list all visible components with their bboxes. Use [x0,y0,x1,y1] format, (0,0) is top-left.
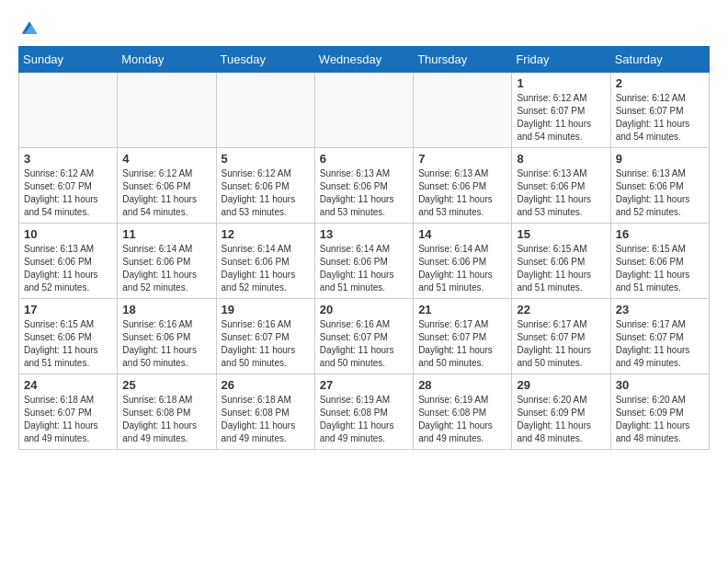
page-header [18,18,710,37]
day-number: 1 [517,76,605,90]
day-number: 22 [517,303,605,316]
calendar-cell: 16 Sunrise: 6:15 AMSunset: 6:06 PMDaylig… [610,224,709,299]
day-number: 12 [222,227,310,241]
col-header-sunday: Sunday [19,47,118,73]
day-info: Sunrise: 6:17 AMSunset: 6:07 PMDaylight:… [418,319,493,368]
calendar-week-5: 24 Sunrise: 6:18 AMSunset: 6:07 PMDaylig… [19,374,710,450]
day-info: Sunrise: 6:17 AMSunset: 6:07 PMDaylight:… [517,319,591,368]
day-info: Sunrise: 6:19 AMSunset: 6:08 PMDaylight:… [320,395,394,443]
day-info: Sunrise: 6:17 AMSunset: 6:07 PMDaylight:… [616,319,690,368]
day-number: 26 [222,378,310,392]
calendar-week-1: 1 Sunrise: 6:12 AMSunset: 6:07 PMDayligh… [19,73,710,148]
day-number: 20 [320,303,408,316]
calendar-cell [118,73,216,148]
col-header-saturday: Saturday [610,47,709,73]
calendar-cell: 12 Sunrise: 6:14 AMSunset: 6:06 PMDaylig… [216,224,314,299]
day-info: Sunrise: 6:19 AMSunset: 6:08 PMDaylight:… [418,395,493,443]
calendar-week-3: 10 Sunrise: 6:13 AMSunset: 6:06 PMDaylig… [19,224,710,299]
day-info: Sunrise: 6:13 AMSunset: 6:06 PMDaylight:… [418,168,493,217]
day-number: 4 [122,152,210,166]
calendar-cell: 26 Sunrise: 6:18 AMSunset: 6:08 PMDaylig… [216,374,314,450]
logo [18,18,39,37]
day-info: Sunrise: 6:20 AMSunset: 6:09 PMDaylight:… [517,395,591,443]
calendar-cell: 18 Sunrise: 6:16 AMSunset: 6:06 PMDaylig… [118,299,216,374]
day-number: 3 [24,152,112,166]
day-number: 25 [122,378,210,392]
day-info: Sunrise: 6:13 AMSunset: 6:06 PMDaylight:… [517,168,591,217]
calendar-cell [414,73,512,148]
col-header-friday: Friday [512,47,610,73]
calendar-cell: 17 Sunrise: 6:15 AMSunset: 6:06 PMDaylig… [19,299,118,374]
calendar-cell [19,73,118,148]
day-number: 21 [418,303,506,316]
col-header-tuesday: Tuesday [216,47,314,73]
day-info: Sunrise: 6:15 AMSunset: 6:06 PMDaylight:… [517,244,591,293]
calendar-cell: 19 Sunrise: 6:16 AMSunset: 6:07 PMDaylig… [216,299,314,374]
calendar-cell: 5 Sunrise: 6:12 AMSunset: 6:06 PMDayligh… [216,148,314,224]
logo-icon [20,18,39,37]
day-info: Sunrise: 6:16 AMSunset: 6:06 PMDaylight:… [122,319,197,368]
calendar-cell: 14 Sunrise: 6:14 AMSunset: 6:06 PMDaylig… [414,224,512,299]
day-number: 8 [517,152,605,166]
calendar-header-row: SundayMondayTuesdayWednesdayThursdayFrid… [19,47,710,73]
calendar-week-4: 17 Sunrise: 6:15 AMSunset: 6:06 PMDaylig… [19,299,710,374]
day-info: Sunrise: 6:15 AMSunset: 6:06 PMDaylight:… [24,319,98,368]
day-info: Sunrise: 6:18 AMSunset: 6:08 PMDaylight:… [122,395,197,443]
day-number: 24 [24,378,112,392]
calendar-cell: 6 Sunrise: 6:13 AMSunset: 6:06 PMDayligh… [314,148,413,224]
day-info: Sunrise: 6:12 AMSunset: 6:06 PMDaylight:… [122,168,197,217]
calendar-week-2: 3 Sunrise: 6:12 AMSunset: 6:07 PMDayligh… [19,148,710,224]
calendar-cell: 22 Sunrise: 6:17 AMSunset: 6:07 PMDaylig… [512,299,610,374]
day-info: Sunrise: 6:15 AMSunset: 6:06 PMDaylight:… [616,244,690,293]
calendar-cell: 27 Sunrise: 6:19 AMSunset: 6:08 PMDaylig… [314,374,413,450]
calendar-cell: 28 Sunrise: 6:19 AMSunset: 6:08 PMDaylig… [414,374,512,450]
day-info: Sunrise: 6:18 AMSunset: 6:07 PMDaylight:… [24,395,98,443]
day-info: Sunrise: 6:20 AMSunset: 6:09 PMDaylight:… [616,395,690,443]
calendar-cell: 8 Sunrise: 6:13 AMSunset: 6:06 PMDayligh… [512,148,610,224]
calendar-table: SundayMondayTuesdayWednesdayThursdayFrid… [18,46,710,450]
day-info: Sunrise: 6:12 AMSunset: 6:07 PMDaylight:… [517,93,591,142]
day-number: 16 [616,227,704,241]
day-number: 15 [517,227,605,241]
day-info: Sunrise: 6:12 AMSunset: 6:07 PMDaylight:… [616,93,690,142]
day-info: Sunrise: 6:13 AMSunset: 6:06 PMDaylight:… [24,244,98,293]
calendar-cell: 1 Sunrise: 6:12 AMSunset: 6:07 PMDayligh… [512,73,610,148]
day-number: 5 [222,152,310,166]
day-info: Sunrise: 6:13 AMSunset: 6:06 PMDaylight:… [616,168,690,217]
col-header-monday: Monday [118,47,216,73]
day-info: Sunrise: 6:14 AMSunset: 6:06 PMDaylight:… [122,244,197,293]
calendar-cell: 7 Sunrise: 6:13 AMSunset: 6:06 PMDayligh… [414,148,512,224]
calendar-cell: 4 Sunrise: 6:12 AMSunset: 6:06 PMDayligh… [118,148,216,224]
day-number: 28 [418,378,506,392]
day-info: Sunrise: 6:13 AMSunset: 6:06 PMDaylight:… [320,168,394,217]
col-header-thursday: Thursday [414,47,512,73]
day-number: 18 [122,303,210,316]
day-number: 13 [320,227,408,241]
calendar-cell: 15 Sunrise: 6:15 AMSunset: 6:06 PMDaylig… [512,224,610,299]
calendar-cell: 24 Sunrise: 6:18 AMSunset: 6:07 PMDaylig… [19,374,118,450]
calendar-cell: 29 Sunrise: 6:20 AMSunset: 6:09 PMDaylig… [512,374,610,450]
calendar-cell [216,73,314,148]
calendar-cell: 9 Sunrise: 6:13 AMSunset: 6:06 PMDayligh… [610,148,709,224]
day-number: 14 [418,227,506,241]
calendar-cell: 11 Sunrise: 6:14 AMSunset: 6:06 PMDaylig… [118,224,216,299]
day-number: 29 [517,378,605,392]
day-number: 11 [122,227,210,241]
day-info: Sunrise: 6:14 AMSunset: 6:06 PMDaylight:… [320,244,394,293]
day-number: 27 [320,378,408,392]
day-info: Sunrise: 6:14 AMSunset: 6:06 PMDaylight:… [222,244,296,293]
day-info: Sunrise: 6:16 AMSunset: 6:07 PMDaylight:… [222,319,296,368]
day-number: 7 [418,152,506,166]
day-info: Sunrise: 6:18 AMSunset: 6:08 PMDaylight:… [222,395,296,443]
calendar-cell: 10 Sunrise: 6:13 AMSunset: 6:06 PMDaylig… [19,224,118,299]
calendar-cell: 20 Sunrise: 6:16 AMSunset: 6:07 PMDaylig… [314,299,413,374]
calendar-cell: 2 Sunrise: 6:12 AMSunset: 6:07 PMDayligh… [610,73,709,148]
calendar-cell: 21 Sunrise: 6:17 AMSunset: 6:07 PMDaylig… [414,299,512,374]
day-number: 19 [222,303,310,316]
day-info: Sunrise: 6:16 AMSunset: 6:07 PMDaylight:… [320,319,394,368]
col-header-wednesday: Wednesday [314,47,413,73]
day-info: Sunrise: 6:14 AMSunset: 6:06 PMDaylight:… [418,244,493,293]
day-number: 9 [616,152,704,166]
day-number: 23 [616,303,704,316]
calendar-cell: 23 Sunrise: 6:17 AMSunset: 6:07 PMDaylig… [610,299,709,374]
